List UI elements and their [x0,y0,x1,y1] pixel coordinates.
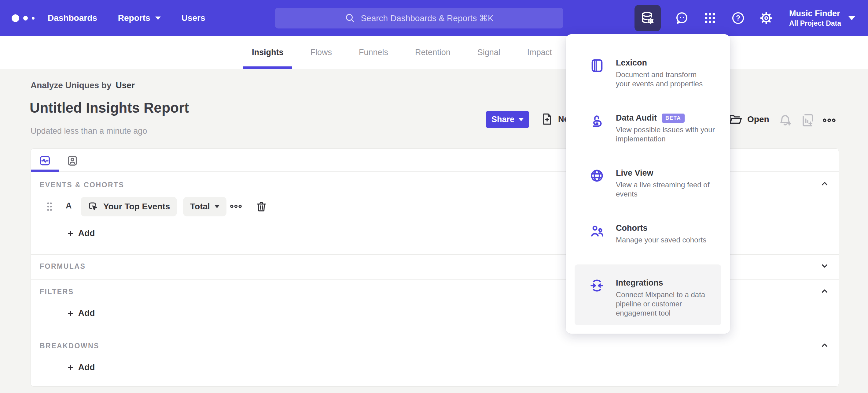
add-label: Add [78,228,95,238]
metric-label: Total [190,202,210,212]
event-selector[interactable]: Your Top Events [81,197,177,216]
report-content: Analyze Uniques byUser Untitled Insights… [0,69,868,393]
section-label: FILTERS [40,288,74,296]
updated-timestamp: Updated less than a minute ago [31,127,147,136]
ellipsis-icon [823,117,836,124]
share-button[interactable]: Share [486,111,529,128]
help-icon: ? [731,11,745,25]
trash-icon [255,200,268,213]
tab-signal[interactable]: Signal [469,36,509,69]
drag-handle[interactable] [46,201,53,212]
event-name: Your Top Events [103,202,170,212]
search-placeholder: Search Dashboards & Reports ⌘K [361,13,493,23]
chevron-up-icon [820,179,829,188]
nav-item-users[interactable]: Users [182,13,206,23]
tab-label: Impact [527,48,552,57]
open-label: Open [747,114,769,124]
nav-item-label: Users [182,13,206,23]
events-view-tab[interactable] [39,155,51,167]
svg-text:?: ? [736,14,740,22]
nav-item-dashboards[interactable]: Dashboards [48,13,97,23]
chevron-down-icon [820,261,829,271]
tab-flows[interactable]: Flows [302,36,341,69]
collapse-section-button[interactable] [820,286,829,296]
nav-item-reports[interactable]: Reports [118,13,161,23]
search-input[interactable]: Search Dashboards & Reports ⌘K [275,8,563,28]
top-nav: Dashboards Reports Users Search Dashboar… [0,0,868,36]
bell-plus-icon [778,114,792,128]
expand-section-button[interactable] [820,261,829,271]
menu-item-title: Lexicon [616,58,647,68]
add-filter-button[interactable]: + Add [67,308,95,318]
nav-item-label: Reports [118,13,150,23]
report-title[interactable]: Untitled Insights Report [30,100,189,116]
integrations-sync-icon [590,278,604,293]
menu-item-live-view[interactable]: Live View View a live streaming feed of … [575,168,721,199]
section-label: BREAKDOWNS [40,342,99,350]
project-scope: All Project Data [789,19,841,28]
tab-impact[interactable]: Impact [519,36,561,69]
data-management-button[interactable] [634,5,661,31]
active-builder-tab-underline [31,170,59,172]
feedback-button[interactable] [675,11,689,25]
search-icon [345,13,355,23]
menu-item-text: Lexicon Document and transform your even… [616,58,709,88]
menu-item-title: Integrations [616,278,663,288]
beta-badge: BETA [662,114,685,123]
more-options-button[interactable] [823,117,836,124]
active-tab-underline [243,66,292,69]
help-button[interactable]: ? [731,11,745,25]
analyze-unit-selector[interactable]: User [116,81,135,90]
menu-item-integrations[interactable]: Integrations Connect Mixpanel to a data … [575,264,721,325]
open-report-button[interactable]: Open [728,112,769,127]
collapse-section-button[interactable] [820,341,829,350]
analyze-line: Analyze Uniques byUser [31,81,135,90]
project-name: Music Finder [789,8,841,19]
add-label: Add [78,308,95,318]
menu-item-title: Cohorts [616,223,648,233]
plus-icon: + [67,308,74,318]
menu-item-lexicon[interactable]: Lexicon Document and transform your even… [575,58,721,88]
add-event-button[interactable]: + Add [67,228,95,238]
project-selector[interactable]: Music Finder All Project Data [789,8,841,28]
menu-item-text: Data Audit BETA View possible issues wit… [616,113,723,144]
add-to-board-button[interactable] [800,113,815,128]
nav-item-label: Dashboards [48,13,97,23]
menu-item-description: View possible issues with your implement… [616,125,723,144]
tab-retention[interactable]: Retention [406,36,459,69]
add-label: Add [78,362,95,372]
row-letter: A [66,201,72,210]
metric-selector[interactable]: Total [183,197,226,216]
tab-insights[interactable]: Insights [243,36,292,69]
folder-open-icon [728,112,742,127]
menu-item-cohorts[interactable]: Cohorts Manage your saved cohorts [575,223,721,245]
delete-row-button[interactable] [255,200,268,213]
lexicon-book-icon [590,58,604,73]
logo-dot-large [11,15,19,22]
apps-grid-button[interactable] [703,11,717,25]
event-click-icon [88,201,99,212]
share-label: Share [492,115,515,124]
activity-pulse-icon [39,155,51,167]
create-alert-button[interactable] [778,114,792,128]
profile-card-icon [67,155,78,167]
tab-funnels[interactable]: Funnels [350,36,397,69]
database-gear-icon [640,11,655,25]
analyze-prefix: Analyze Uniques by [31,81,112,90]
settings-button[interactable] [759,11,773,25]
profiles-view-tab[interactable] [67,155,78,167]
menu-item-description: Manage your saved cohorts [616,235,721,245]
row-more-options[interactable] [230,203,242,210]
chevron-up-icon [820,286,829,296]
document-plus-icon [540,112,554,126]
menu-item-text: Cohorts Manage your saved cohorts [616,223,721,245]
cohorts-people-icon [590,223,604,238]
menu-item-data-audit[interactable]: Data Audit BETA View possible issues wit… [575,113,721,144]
chevron-down-icon [519,118,524,121]
menu-item-description: View a live streaming feed of events [616,180,721,199]
collapse-section-button[interactable] [820,179,829,188]
mixpanel-logo [11,0,34,36]
add-breakdown-button[interactable]: + Add [67,362,95,372]
report-tabs: Insights Flows Funnels Retention Signal … [243,36,561,69]
data-management-menu: Lexicon Document and transform your even… [566,34,730,334]
